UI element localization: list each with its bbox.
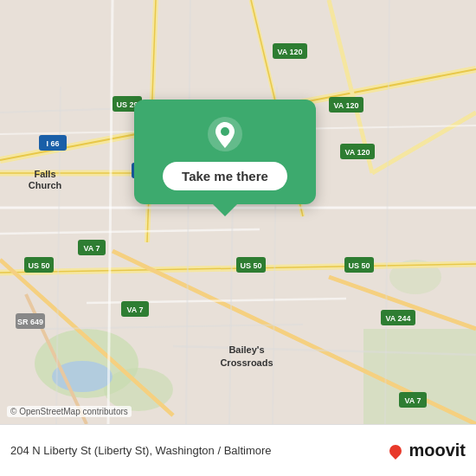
svg-text:Crossroads: Crossroads [220,357,273,368]
svg-text:Falls: Falls [34,169,55,179]
svg-point-68 [221,127,229,136]
moovit-dot-icon [388,442,405,460]
svg-text:I 66: I 66 [46,139,59,148]
take-me-there-button[interactable]: Take me there [163,162,287,190]
map-container: I 66 US 29 VA 120 VA 120 VA 120 I 66 VA … [0,0,476,424]
svg-text:VA 7: VA 7 [126,306,143,314]
svg-text:VA 7: VA 7 [404,396,421,405]
svg-text:VA 244: VA 244 [385,314,410,323]
svg-text:VA 120: VA 120 [344,148,370,157]
info-bar: 204 N Liberty St (Liberty St), Washingto… [0,424,476,476]
svg-text:VA 120: VA 120 [277,48,302,56]
moovit-logo: moovit [389,441,466,460]
svg-text:US 50: US 50 [240,261,261,270]
svg-text:Church: Church [29,180,62,190]
svg-text:US 50: US 50 [28,261,49,270]
map-copyright: © OpenStreetMap contributors [7,406,132,417]
popup-card: Take me there [134,100,316,204]
address-text: 204 N Liberty St (Liberty St), Washingto… [10,444,389,457]
svg-text:Bailey's: Bailey's [228,344,264,355]
svg-text:US 50: US 50 [348,261,370,270]
location-pin-icon [206,115,244,153]
svg-text:VA 120: VA 120 [333,101,358,110]
svg-text:SR 649: SR 649 [17,318,43,326]
svg-text:VA 7: VA 7 [83,244,100,253]
moovit-label: moovit [408,441,466,460]
